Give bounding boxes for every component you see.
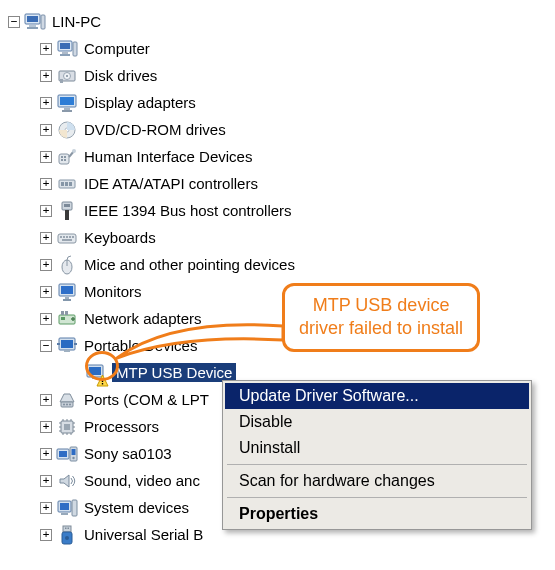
tree-category-node[interactable]: +Computer (8, 35, 547, 62)
tree-category-node[interactable]: +IDE ATA/ATAPI controllers (8, 170, 547, 197)
tree-category-label: Ports (COM & LPT (84, 391, 209, 408)
expand-icon[interactable]: + (40, 286, 52, 298)
computer-root-icon (24, 11, 46, 33)
tree-category-label: IEEE 1394 Bus host controllers (84, 202, 292, 219)
expand-icon[interactable]: + (40, 232, 52, 244)
mtp-device-icon (84, 362, 106, 384)
menu-separator (227, 497, 527, 498)
svg-rect-28 (65, 182, 68, 186)
svg-point-25 (72, 149, 76, 153)
ide-controller-icon (56, 173, 78, 195)
svg-rect-4 (41, 15, 45, 29)
ieee1394-icon (56, 200, 78, 222)
tree-category-node[interactable]: +Display adapters (8, 89, 547, 116)
menu-update-driver[interactable]: Update Driver Software... (225, 383, 529, 409)
tree-device-label: MTP USB Device (112, 363, 236, 382)
context-menu: Update Driver Software... Disable Uninst… (222, 380, 532, 530)
menu-disable[interactable]: Disable (225, 409, 529, 435)
svg-rect-29 (69, 182, 72, 186)
tree-category-label: System devices (84, 499, 189, 516)
svg-rect-71 (72, 500, 77, 516)
tree-category-node[interactable]: +DVD/CD-ROM drives (8, 116, 547, 143)
hid-icon (56, 146, 78, 168)
expand-icon[interactable]: + (40, 151, 52, 163)
tree-category-label: Portable Devices (84, 337, 197, 354)
svg-rect-38 (72, 236, 74, 238)
tree-category-label: Disk drives (84, 67, 157, 84)
svg-rect-15 (60, 97, 74, 105)
svg-rect-72 (61, 513, 68, 515)
processor-icon (56, 416, 78, 438)
computer-icon (56, 38, 78, 60)
tree-category-node[interactable]: +Human Interface Devices (8, 143, 547, 170)
svg-rect-32 (64, 204, 70, 207)
tree-category-node[interactable]: +Disk drives (8, 62, 547, 89)
mouse-icon (56, 254, 78, 276)
expand-icon[interactable]: + (40, 70, 52, 82)
tree-category-label: Keyboards (84, 229, 156, 246)
svg-point-59 (63, 403, 65, 405)
svg-rect-9 (73, 42, 77, 56)
expand-icon[interactable]: + (40, 178, 52, 190)
svg-rect-17 (62, 110, 72, 112)
expand-icon[interactable]: + (40, 205, 52, 217)
expand-icon[interactable]: + (40, 448, 52, 460)
svg-rect-49 (65, 311, 68, 315)
svg-rect-36 (66, 236, 68, 238)
tree-category-node[interactable]: +Keyboards (8, 224, 547, 251)
tree-root-node[interactable]: − LIN-PC (8, 8, 547, 35)
tree-category-label: IDE ATA/ATAPI controllers (84, 175, 258, 192)
collapse-icon[interactable]: − (8, 16, 20, 28)
expand-icon[interactable]: + (40, 475, 52, 487)
annotation-callout: MTP USB device driver failed to install (282, 283, 480, 352)
svg-rect-51 (61, 340, 73, 348)
expand-icon[interactable]: + (40, 529, 52, 541)
svg-rect-39 (62, 239, 72, 241)
expand-icon[interactable]: + (40, 124, 52, 136)
menu-separator (227, 464, 527, 465)
svg-rect-2 (29, 25, 36, 27)
tree-category-label: Sony sa0103 (84, 445, 172, 462)
svg-rect-73 (63, 526, 71, 532)
tree-category-label: Monitors (84, 283, 142, 300)
svg-rect-67 (72, 449, 76, 455)
collapse-icon[interactable]: − (40, 340, 52, 352)
callout-line1: MTP USB device (299, 294, 463, 317)
expand-icon[interactable]: + (40, 421, 52, 433)
tree-category-label: Display adapters (84, 94, 196, 111)
monitor-icon (56, 281, 78, 303)
svg-rect-13 (60, 79, 63, 83)
svg-rect-57 (102, 383, 103, 385)
svg-point-68 (72, 456, 74, 458)
menu-properties[interactable]: Properties (225, 501, 529, 527)
svg-rect-34 (60, 236, 62, 238)
tree-category-label: Network adapters (84, 310, 202, 327)
svg-rect-27 (61, 182, 64, 186)
tree-category-label: Mice and other pointing devices (84, 256, 295, 273)
sony-device-icon (56, 443, 78, 465)
svg-rect-37 (69, 236, 71, 238)
svg-rect-6 (60, 43, 70, 49)
svg-rect-52 (64, 350, 70, 352)
dvd-drive-icon (56, 119, 78, 141)
menu-uninstall[interactable]: Uninstall (225, 435, 529, 461)
svg-rect-7 (62, 52, 68, 54)
tree-category-label: Computer (84, 40, 150, 57)
svg-rect-75 (68, 527, 70, 529)
expand-icon[interactable]: + (40, 502, 52, 514)
expand-icon[interactable]: + (40, 43, 52, 55)
menu-scan-hardware[interactable]: Scan for hardware changes (225, 468, 529, 494)
expand-icon[interactable]: + (40, 313, 52, 325)
tree-category-node[interactable]: +IEEE 1394 Bus host controllers (8, 197, 547, 224)
tree-category-node[interactable]: +Mice and other pointing devices (8, 251, 547, 278)
expand-icon[interactable]: + (40, 97, 52, 109)
tree-category-label: DVD/CD-ROM drives (84, 121, 226, 138)
tree-category-label: Universal Serial B (84, 526, 203, 543)
tree-category-label: Sound, video anc (84, 472, 200, 489)
expand-icon[interactable]: + (40, 394, 52, 406)
expand-icon[interactable]: + (40, 259, 52, 271)
warning-badge-icon (96, 374, 108, 386)
disk-drive-icon (56, 65, 78, 87)
svg-rect-74 (65, 527, 67, 529)
svg-rect-47 (61, 317, 65, 320)
